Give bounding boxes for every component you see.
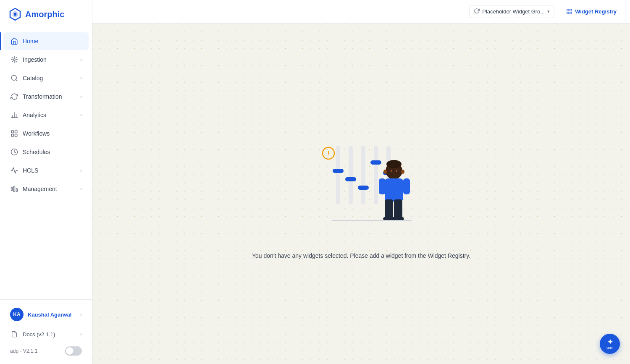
svg-rect-38 xyxy=(403,178,410,194)
fab-icon: ✦ xyxy=(607,338,613,346)
main-content: Placeholder Widget Gro... ▾ Widget Regis… xyxy=(92,0,630,364)
svg-rect-21 xyxy=(567,12,569,14)
sidebar-item-management[interactable]: Management › xyxy=(3,180,89,198)
sidebar-item-home[interactable]: Home xyxy=(3,32,89,50)
docs-label: Docs (v2.1.1) xyxy=(23,331,55,338)
logo: Amorphic xyxy=(0,0,92,29)
chevron-down-icon: ▾ xyxy=(547,9,550,14)
svg-point-45 xyxy=(383,170,387,174)
transformation-icon xyxy=(10,92,18,101)
sidebar-item-analytics[interactable]: Analytics › xyxy=(3,106,89,124)
svg-rect-29 xyxy=(333,169,344,173)
fab-button[interactable]: ✦ 99+ xyxy=(600,334,620,354)
svg-rect-24 xyxy=(336,146,340,204)
sidebar-item-label: HCLS xyxy=(23,167,38,174)
svg-point-3 xyxy=(13,59,16,61)
version-row: adp - V2.1.1 xyxy=(3,343,89,361)
chevron-right-icon: › xyxy=(80,94,82,100)
svg-rect-19 xyxy=(570,9,572,11)
svg-rect-18 xyxy=(567,9,569,11)
svg-rect-40 xyxy=(394,199,402,218)
svg-rect-31 xyxy=(358,186,369,190)
sidebar-item-label: Catalog xyxy=(23,75,43,81)
widget-group-selector[interactable]: Placeholder Widget Gro... ▾ xyxy=(469,5,554,18)
workflows-icon xyxy=(10,129,18,138)
sidebar-bottom: KA Kaushal Agarwal › Docs (v2.1.1) › adp… xyxy=(0,299,92,364)
sidebar-item-hcls[interactable]: HCLS › xyxy=(3,162,89,179)
svg-rect-15 xyxy=(11,187,13,191)
sidebar-item-label: Workflows xyxy=(23,130,50,137)
svg-rect-13 xyxy=(11,134,13,136)
toggle-knob xyxy=(66,347,74,355)
svg-rect-25 xyxy=(349,146,353,204)
sidebar-item-label: Transformation xyxy=(23,93,62,100)
logo-icon xyxy=(8,8,22,21)
svg-rect-32 xyxy=(370,160,381,165)
svg-rect-30 xyxy=(345,177,356,181)
sidebar-item-transformation[interactable]: Transformation › xyxy=(3,88,89,105)
empty-state: ! xyxy=(252,129,470,259)
sidebar-item-label: Home xyxy=(23,38,38,45)
management-icon xyxy=(10,185,18,193)
svg-rect-12 xyxy=(15,134,17,136)
svg-point-44 xyxy=(396,170,397,172)
analytics-icon xyxy=(10,111,18,119)
user-name: Kaushal Agarwal xyxy=(28,312,71,318)
chevron-right-icon: › xyxy=(80,112,82,118)
sidebar-item-catalog[interactable]: Catalog › xyxy=(3,69,89,87)
svg-line-5 xyxy=(16,79,17,81)
hcls-icon xyxy=(10,166,18,175)
svg-rect-11 xyxy=(15,131,17,133)
chevron-right-icon: › xyxy=(80,57,82,63)
svg-rect-36 xyxy=(385,178,403,202)
sidebar-item-label: Schedules xyxy=(23,149,50,155)
header: Placeholder Widget Gro... ▾ Widget Regis… xyxy=(92,0,630,24)
chevron-right-icon: › xyxy=(80,331,82,337)
content-area: ! xyxy=(92,24,630,364)
fab-badge: 99+ xyxy=(606,346,613,350)
catalog-icon xyxy=(10,74,18,82)
svg-point-35 xyxy=(386,160,402,168)
empty-state-illustration: ! xyxy=(298,129,424,242)
sidebar-item-label: Management xyxy=(23,186,57,192)
svg-point-46 xyxy=(401,170,404,174)
chevron-right-icon: › xyxy=(80,75,82,81)
svg-point-43 xyxy=(391,170,392,172)
sidebar-item-workflows[interactable]: Workflows xyxy=(3,125,89,142)
refresh-icon xyxy=(474,8,480,15)
sidebar: Amorphic Home Ingestion › xyxy=(0,0,92,364)
svg-rect-37 xyxy=(379,178,386,194)
svg-rect-20 xyxy=(570,12,572,14)
svg-rect-10 xyxy=(11,131,13,133)
svg-text:!: ! xyxy=(328,150,330,157)
chevron-right-icon: › xyxy=(80,168,82,173)
widget-group-name: Placeholder Widget Gro... xyxy=(482,8,545,15)
svg-rect-17 xyxy=(16,189,18,191)
nav-menu: Home Ingestion › Catalog › xyxy=(0,29,92,299)
home-icon xyxy=(10,37,18,45)
sidebar-item-schedules[interactable]: Schedules xyxy=(3,143,89,161)
version-text: adp - V2.1.1 xyxy=(10,348,37,354)
widget-registry-button[interactable]: Widget Registry xyxy=(561,6,622,17)
svg-rect-27 xyxy=(374,146,378,204)
dark-mode-toggle[interactable] xyxy=(65,346,82,356)
docs-icon xyxy=(10,330,18,338)
svg-rect-39 xyxy=(385,199,393,218)
svg-rect-16 xyxy=(14,186,15,192)
ingestion-icon xyxy=(10,55,18,64)
chevron-right-icon: › xyxy=(80,186,82,192)
svg-rect-26 xyxy=(361,146,365,204)
sidebar-item-label: Analytics xyxy=(23,112,46,118)
grid-icon xyxy=(566,8,572,15)
docs-item[interactable]: Docs (v2.1.1) › xyxy=(3,326,89,343)
logo-text: Amorphic xyxy=(25,10,64,19)
widget-registry-label: Widget Registry xyxy=(575,8,617,15)
chevron-right-icon: › xyxy=(80,312,82,317)
empty-state-message: You don't have any widgets selected. Ple… xyxy=(252,252,470,259)
sidebar-item-ingestion[interactable]: Ingestion › xyxy=(3,51,89,68)
avatar: KA xyxy=(10,308,24,321)
sidebar-item-label: Ingestion xyxy=(23,56,47,63)
schedules-icon xyxy=(10,148,18,156)
user-profile-item[interactable]: KA Kaushal Agarwal › xyxy=(3,304,89,325)
